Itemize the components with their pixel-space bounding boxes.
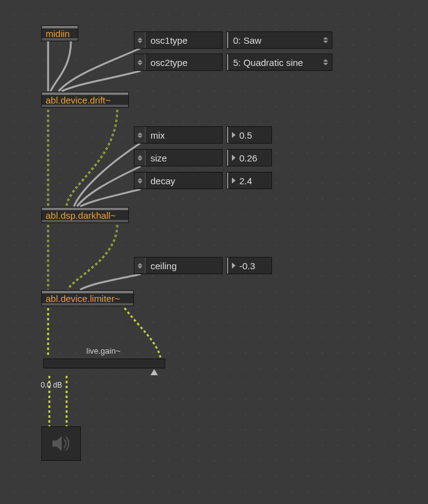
spinner-icon[interactable] xyxy=(134,150,146,166)
spinner-icon[interactable] xyxy=(134,127,146,143)
attr-osc2type[interactable]: osc2type xyxy=(134,54,222,70)
value-mix[interactable]: 0.5 xyxy=(227,127,271,143)
spinner-icon[interactable] xyxy=(134,258,146,274)
spinner-icon[interactable] xyxy=(134,173,146,189)
attr-label: decay xyxy=(146,173,207,189)
value-text: 5: Quadratic sine xyxy=(233,57,303,68)
triangle-icon xyxy=(232,132,236,138)
attr-label: mix xyxy=(146,127,207,143)
gain-readout: 0.0 dB xyxy=(41,381,62,389)
object-label: abl.device.limiter~ xyxy=(46,293,120,304)
value-text: 0.5 xyxy=(239,130,258,140)
limiter-object[interactable]: abl.device.limiter~ xyxy=(42,291,133,306)
attr-decay[interactable]: decay xyxy=(134,173,222,189)
value-ceiling[interactable]: -0.3 xyxy=(227,258,271,274)
value-size[interactable]: 0.26 xyxy=(227,150,271,166)
drift-object[interactable]: abl.device.drift~ xyxy=(42,92,128,107)
attr-label: osc2type xyxy=(146,54,207,70)
darkhall-object[interactable]: abl.dsp.darkhall~ xyxy=(42,208,128,222)
gain-slider-knob[interactable] xyxy=(150,369,158,375)
object-label: abl.dsp.darkhall~ xyxy=(46,210,116,221)
spinner-icon[interactable] xyxy=(134,32,146,48)
gain-slider[interactable] xyxy=(43,359,165,368)
triangle-icon xyxy=(232,155,236,161)
spinner-icon[interactable] xyxy=(134,54,146,70)
dropdown-icon xyxy=(323,59,328,65)
object-label: midiin xyxy=(46,28,70,39)
value-text: 2.4 xyxy=(239,176,258,186)
dac-object[interactable] xyxy=(42,427,80,460)
value-osc1type[interactable]: 0: Saw xyxy=(227,32,332,48)
value-osc2type[interactable]: 5: Quadratic sine xyxy=(227,54,332,70)
attr-label: size xyxy=(146,150,207,166)
speaker-icon xyxy=(51,434,72,453)
value-text: 0: Saw xyxy=(233,35,261,46)
attr-osc1type[interactable]: osc1type xyxy=(134,32,222,48)
attr-label: osc1type xyxy=(146,32,207,48)
value-text: 0.26 xyxy=(239,153,263,163)
object-label: abl.device.drift~ xyxy=(46,95,110,105)
triangle-icon xyxy=(232,177,236,184)
attr-size[interactable]: size xyxy=(134,150,222,166)
attr-label: ceiling xyxy=(146,258,207,274)
live-gain-label: live.gain~ xyxy=(86,346,120,356)
attr-mix[interactable]: mix xyxy=(134,127,222,143)
value-decay[interactable]: 2.4 xyxy=(227,173,271,189)
midiin-object[interactable]: midiin xyxy=(42,26,78,41)
dropdown-icon xyxy=(323,37,328,43)
value-text: -0.3 xyxy=(239,261,261,271)
attr-ceiling[interactable]: ceiling xyxy=(134,258,222,274)
triangle-icon xyxy=(232,262,236,269)
